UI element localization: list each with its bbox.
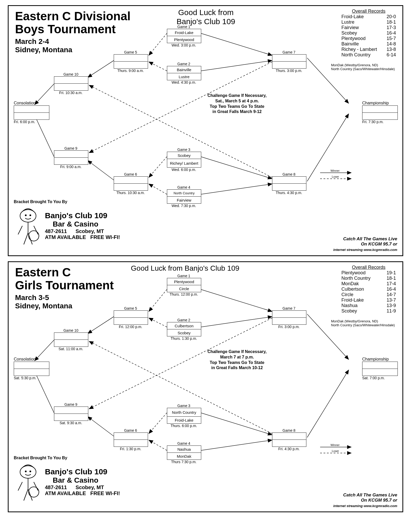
record-team: Richey - Lambert bbox=[341, 47, 377, 52]
records-head: Overall Records bbox=[341, 265, 396, 270]
team: Lustre bbox=[167, 73, 201, 80]
record-value: 11-9 bbox=[387, 308, 396, 314]
game-time: Fri. 3:00 p.m. bbox=[272, 325, 306, 329]
note-1: MonDak (Westby/Grenora, ND) bbox=[331, 63, 396, 67]
team: Culbertson bbox=[167, 322, 201, 329]
title-line-2: Girls Tournament bbox=[15, 279, 114, 291]
record-value: 14-7 bbox=[387, 292, 396, 297]
record-team: Lustre bbox=[341, 19, 354, 25]
team: Nashua bbox=[167, 446, 201, 453]
game-1: Game 1 Froid-LakePlentywood Wed. 3:00 p.… bbox=[167, 25, 201, 47]
records-head: Overall Records bbox=[341, 9, 396, 14]
game-label: Game 1 bbox=[167, 274, 201, 278]
legend-winner: Winner bbox=[331, 169, 340, 172]
team: Plentywood bbox=[167, 278, 201, 285]
record-team: Fairview bbox=[341, 25, 359, 30]
game-label: Game 5 bbox=[114, 306, 147, 310]
sponsor-block: Banjo's Club 109 Bar & Casino 487-2611 S… bbox=[45, 211, 120, 240]
game-label: Game 7 bbox=[272, 306, 306, 310]
record-value: 6-14 bbox=[387, 52, 396, 58]
svg-point-7 bbox=[29, 487, 39, 497]
game-time: Fri. 6:00 p.m. bbox=[14, 120, 49, 124]
sponsor-phone: 487-2611 bbox=[45, 484, 67, 490]
svg-point-3 bbox=[29, 231, 39, 241]
game-label: Game 6 bbox=[114, 428, 147, 433]
game-2: Game 2 BainvilleLustre Wed. 4:30 p.m. bbox=[167, 62, 201, 84]
game-label: Game 9 bbox=[54, 146, 88, 150]
team: Scobey bbox=[167, 152, 201, 159]
record-team: Scobey bbox=[341, 308, 357, 314]
sponsor-name: Banjo's Club 109 bbox=[45, 211, 120, 220]
sponsor-sub: Bar & Casino bbox=[45, 220, 120, 228]
team: Richey/ Lambert bbox=[167, 159, 201, 167]
record-row: Richey - Lambert13-8 bbox=[341, 47, 396, 52]
record-value: 19-1 bbox=[387, 270, 396, 276]
game-time: Thurs 7:30 p.m. bbox=[167, 460, 201, 464]
title-line-1: Eastern C bbox=[15, 266, 71, 278]
game-3: Game 3 ScobeyRichey/ Lambert Wed. 6:00 p… bbox=[167, 148, 201, 172]
game-time: Wed. 7:30 p.m. bbox=[167, 204, 201, 208]
team: Froid-Lake bbox=[167, 417, 201, 423]
record-value: 20-0 bbox=[387, 14, 396, 19]
banjo-logo-icon bbox=[14, 207, 42, 246]
sponsor-sub: Bar & Casino bbox=[45, 476, 120, 484]
team bbox=[114, 62, 148, 68]
svg-point-6 bbox=[30, 471, 31, 473]
game-9: Game 9 Sat. 9:30 a.m. bbox=[54, 402, 88, 425]
title-line-1: Eastern C Divisional bbox=[15, 10, 131, 22]
radio-info: Catch All The Games Live On KCGM 95.7 or… bbox=[333, 493, 397, 508]
record-row: North Country6-14 bbox=[341, 52, 396, 58]
team bbox=[54, 340, 88, 347]
team bbox=[54, 151, 88, 158]
record-row: Froid-Lake13-7 bbox=[341, 297, 396, 303]
record-value: 16-4 bbox=[387, 287, 396, 292]
record-row: Froid-Lake20-0 bbox=[341, 14, 396, 19]
game-6: Game 6 Fri. 1:30 p.m. bbox=[114, 428, 147, 451]
team: Bainville bbox=[167, 66, 201, 73]
record-row: Nashua13-9 bbox=[341, 303, 396, 308]
live-3: internet streaming www.kcgmradio.com bbox=[333, 248, 397, 252]
sponsor-atm: ATM AVAILABLE bbox=[45, 234, 86, 240]
record-row: MonDak17-4 bbox=[341, 281, 396, 287]
game-time: Fri. 10:30 a.m. bbox=[54, 91, 88, 95]
game-time: Thurs. 12:00 p.m. bbox=[167, 292, 201, 296]
record-team: Nashua bbox=[341, 303, 358, 308]
sponsor-wifi: FREE WI-FI! bbox=[90, 490, 120, 496]
team bbox=[114, 440, 148, 447]
record-value: 16-4 bbox=[387, 30, 396, 36]
challenge-note: Challenge Game If Necessary, Sat., March… bbox=[198, 93, 276, 115]
final-label: Championship bbox=[362, 101, 397, 105]
live-3: internet streaming www.kcgmradio.com bbox=[333, 504, 397, 508]
team bbox=[14, 113, 49, 119]
game-8: Game 8 Thurs. 4:30 p.m. bbox=[272, 172, 306, 195]
game-4: Game 4 North CountryFairview Wed. 7:30 p… bbox=[167, 185, 201, 208]
game-2: Game 2 CulbertsonScobey Thurs. 1:30 p.m. bbox=[167, 318, 201, 341]
team bbox=[54, 407, 88, 414]
final-label: Consolation bbox=[14, 357, 49, 362]
record-row: Scobey11-9 bbox=[341, 308, 396, 314]
team bbox=[362, 113, 397, 119]
game-label: Game 7 bbox=[272, 50, 306, 54]
game-10: Game 10 Sat. 11:00 a.m. bbox=[54, 328, 88, 351]
team bbox=[272, 62, 306, 68]
team bbox=[54, 414, 88, 421]
note-1: MonDak (Westby/Grenora, ND) bbox=[331, 319, 396, 323]
record-value: 14-8 bbox=[387, 41, 396, 47]
record-team: Culbertson bbox=[341, 287, 364, 292]
team: Fairview bbox=[167, 197, 201, 203]
team bbox=[14, 362, 49, 369]
game-6: Game 6 Thurs. 10:30 a.m. bbox=[114, 172, 147, 195]
team bbox=[54, 333, 88, 340]
game-label: Game 6 bbox=[114, 172, 147, 176]
team bbox=[114, 184, 148, 190]
team bbox=[272, 433, 306, 440]
svg-point-5 bbox=[25, 471, 27, 473]
final-label: Championship bbox=[362, 357, 397, 362]
team: North Country bbox=[167, 190, 201, 197]
game-time: Sat. 9:30 a.m. bbox=[54, 421, 88, 425]
consolation: Consolation Sat. 5:30 p.m. bbox=[14, 357, 49, 380]
team: Plentywood bbox=[167, 36, 201, 43]
sponsor-city: Scobey, MT bbox=[76, 484, 104, 490]
game-time: Thurs. 6:00 p.m. bbox=[167, 424, 201, 428]
good-luck: Good Luck from Banjo's Club 109 bbox=[105, 264, 266, 272]
